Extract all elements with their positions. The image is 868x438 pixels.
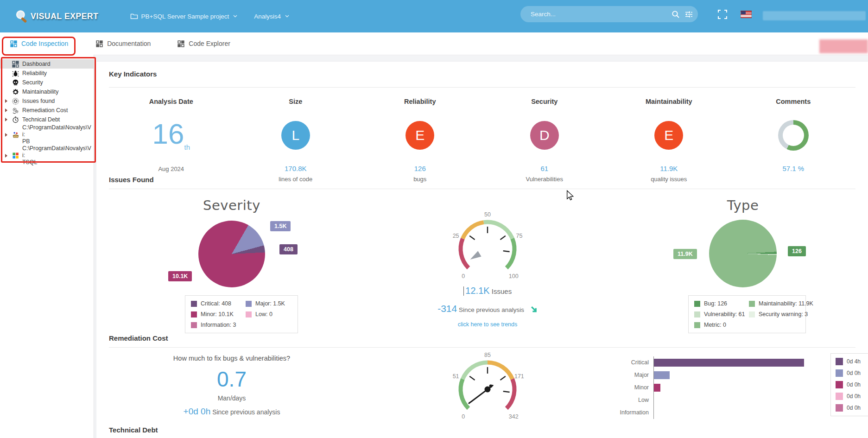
top-header: VISUAL EXPERT PB+SQL Server Sample proje…	[0, 0, 868, 32]
sidebar-item-maintainability[interactable]: Maintainability	[0, 87, 94, 96]
sidebar-item-dashboard[interactable]: Dashboard	[0, 59, 94, 69]
sidebar-item-pb[interactable]: C:\ProgramData\Novalys\Vi:PB	[0, 124, 94, 145]
cost-bar-legend: 0d 4h0d 0h0d 0h0d 0h0d 0h	[830, 353, 868, 416]
indicator-value[interactable]: 170.8K	[234, 165, 358, 172]
sidebar-item-label: Issues found	[22, 98, 55, 105]
sidebar-item-remediation-cost[interactable]: Remediation Cost	[0, 106, 94, 115]
legend-item: 0d 0h	[836, 381, 868, 388]
bar-critical[interactable]	[654, 359, 804, 367]
skull-icon	[12, 79, 19, 87]
tab-code-inspection[interactable]: Code Inspection	[10, 40, 68, 47]
svg-text:0: 0	[462, 273, 465, 279]
expand-arrow-icon[interactable]	[5, 108, 7, 112]
svg-text:75: 75	[516, 233, 522, 239]
section-title-technical-debt: Technical Debt	[109, 426, 158, 434]
tab-label: Code Explorer	[189, 40, 230, 47]
indicator-caption: Aug 2024	[109, 165, 234, 172]
type-callout-maintainability: 11.9K	[673, 249, 697, 259]
severity-pie-chart[interactable]	[198, 221, 265, 287]
sidebar-item-label: Reliability	[22, 70, 47, 77]
analysis-selector[interactable]: Analysis4	[254, 13, 289, 20]
severity-callout-critical: 408	[279, 244, 298, 254]
legend-item: 0d 0h	[836, 393, 868, 400]
expand-arrow-icon[interactable]	[5, 133, 7, 137]
sidebar-item-label: Remediation Cost	[22, 107, 68, 114]
svg-text:100: 100	[509, 273, 519, 279]
indicator-title: Comments	[731, 98, 856, 105]
rating-badge: E	[654, 121, 683, 150]
indicator-value[interactable]: 126	[358, 165, 482, 172]
analysis-date-value: 16th	[152, 120, 190, 151]
filter-sliders-icon[interactable]	[684, 10, 693, 19]
us-flag-icon[interactable]	[741, 11, 752, 18]
expand-arrow-icon[interactable]	[5, 99, 7, 103]
sidebar-item-issues-found[interactable]: Issues found	[0, 96, 94, 106]
type-callout-bug: 126	[788, 246, 806, 256]
trend-arrow-down-right-icon	[531, 306, 538, 313]
expand-arrow-icon[interactable]	[5, 154, 7, 158]
bar-category-label: Low	[617, 394, 653, 406]
expand-arrow-icon[interactable]	[5, 118, 7, 121]
bar-chart-labels: CriticalMajorMinorLowInformation	[617, 356, 653, 419]
svg-text:50: 50	[484, 211, 491, 218]
tsql-project-icon	[12, 152, 19, 159]
app-logo[interactable]: VISUAL EXPERT	[14, 9, 99, 24]
issues-gauge-chart: 0255075100	[439, 205, 536, 284]
indicator-value[interactable]: 57.1 %	[731, 165, 856, 172]
indicator-title: Maintainability	[607, 98, 731, 105]
fullscreen-icon[interactable]	[717, 9, 728, 19]
grid-icon	[96, 40, 103, 47]
remediation-value: 0.7	[139, 367, 324, 392]
legend-item: 0d 0h	[836, 404, 868, 412]
trends-link[interactable]: click here to see trends	[418, 321, 557, 328]
cost-bar-chart: CriticalMajorMinorLowInformation	[617, 356, 811, 419]
indicator-value[interactable]: 11.9K	[607, 165, 731, 172]
remediation-delta: +0d 0h Since previous analysis	[139, 406, 324, 417]
bar-major[interactable]	[654, 371, 670, 379]
cost-gauge-chart: 05185171342	[439, 345, 536, 424]
sidebar-item-label: Security	[22, 79, 43, 86]
project-selector-label: PB+SQL Server Sample project	[141, 13, 229, 20]
type-pie-chart[interactable]	[709, 220, 777, 287]
sidebar-item-label: Dashboard	[22, 61, 51, 68]
tab-label: Documentation	[107, 40, 151, 47]
indicator-title: Security	[482, 98, 607, 105]
issues-delta: -314 Since previous analysis	[418, 303, 557, 314]
section-title-issues-found: Issues Found	[109, 176, 154, 184]
legend-item: Critical: 408	[191, 300, 246, 307]
bar-minor[interactable]	[654, 384, 660, 392]
folder-icon	[130, 13, 138, 19]
tab-documentation[interactable]: Documentation	[96, 40, 151, 47]
search-input[interactable]	[530, 10, 672, 18]
indicator-title: Size	[234, 98, 358, 105]
legend-item: Low: 0	[246, 311, 292, 317]
section-title-remediation-cost: Remediation Cost	[109, 334, 168, 342]
tab-code-explorer[interactable]: Code Explorer	[177, 40, 230, 47]
legend-item: Security warning: 3	[749, 311, 813, 317]
navigation-tree: DashboardReliabilitySecurityMaintainabil…	[0, 55, 94, 166]
sidebar-item-label: C:\ProgramData\Novalys\Vi:TSQL	[22, 145, 92, 166]
main-tab-bar: Code Inspection Documentation Code Explo…	[0, 32, 868, 55]
indicator-size: SizeL170.8Klines of code	[234, 94, 358, 183]
svg-text:0: 0	[462, 413, 465, 420]
indicator-caption: quality issues	[607, 176, 731, 183]
svg-text:51: 51	[453, 373, 459, 380]
section-title-key-indicators: Key Indicators	[109, 70, 157, 78]
legend-item: 0d 4h	[836, 358, 868, 365]
type-legend: Bug: 126Maintainability: 11.9KVulnerabil…	[688, 295, 806, 333]
indicator-value[interactable]: 61	[482, 165, 607, 172]
sidebar-item-tsql[interactable]: C:\ProgramData\Novalys\Vi:TSQL	[0, 145, 94, 166]
legend-item: Bug: 126	[694, 300, 749, 307]
svg-text:25: 25	[453, 233, 459, 239]
search-icon[interactable]	[672, 10, 680, 19]
project-selector[interactable]: PB+SQL Server Sample project	[130, 13, 238, 20]
severity-callout-major: 1.5K	[270, 221, 291, 231]
sidebar-item-reliability[interactable]: Reliability	[0, 69, 94, 78]
type-chart-title: Type	[650, 197, 836, 213]
indicator-comments: Comments57.1 %	[731, 94, 856, 183]
rating-badge: E	[405, 121, 434, 150]
sidebar-item-security[interactable]: Security	[0, 78, 94, 87]
sidebar-item-technical-debt[interactable]: Technical Debt	[0, 115, 94, 124]
bar-category-label: Information	[617, 406, 653, 419]
search-box	[520, 6, 698, 22]
